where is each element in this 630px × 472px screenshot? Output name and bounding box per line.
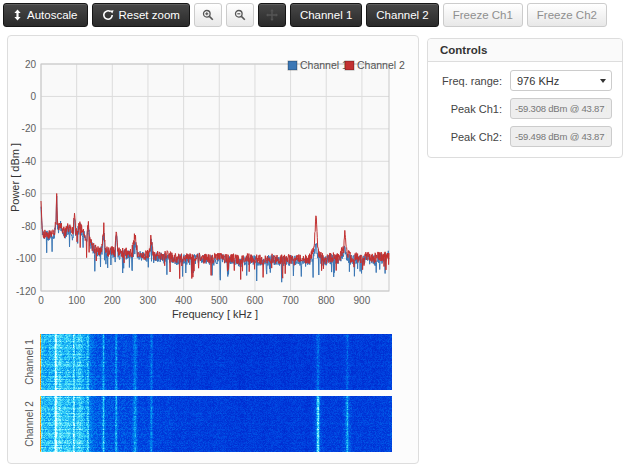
svg-text:500: 500 xyxy=(211,295,228,306)
freq-range-row: Freq. range: 976 KHz xyxy=(438,70,612,91)
freq-range-select-wrap: 976 KHz xyxy=(510,70,612,91)
svg-text:100: 100 xyxy=(68,295,85,306)
waterfall-channel1: Channel 1 xyxy=(8,334,420,390)
freeze-ch1-button[interactable]: Freeze Ch1 xyxy=(443,3,523,27)
waterfall-channel1-canvas xyxy=(40,334,392,390)
zoom-out-icon xyxy=(234,9,246,21)
svg-text:-100: -100 xyxy=(16,253,36,264)
peak-ch1-label: Peak Ch1: xyxy=(438,103,502,115)
freeze-ch1-label: Freeze Ch1 xyxy=(453,9,513,21)
peak-ch2-row: Peak Ch2: xyxy=(438,126,612,147)
autoscale-button[interactable]: Autoscale xyxy=(3,3,88,27)
svg-text:Power [ dBm ]: Power [ dBm ] xyxy=(9,143,21,212)
svg-text:600: 600 xyxy=(247,295,264,306)
svg-text:300: 300 xyxy=(140,295,157,306)
svg-text:-60: -60 xyxy=(22,188,37,199)
channel1-toggle-button[interactable]: Channel 1 xyxy=(290,3,362,27)
peak-ch1-value xyxy=(510,98,612,119)
svg-text:0: 0 xyxy=(30,91,36,102)
freeze-ch2-button[interactable]: Freeze Ch2 xyxy=(527,3,607,27)
freq-range-label: Freq. range: xyxy=(438,75,502,87)
spectrum-chart[interactable]: 0100200300400500600700800900200-20-40-60… xyxy=(8,41,420,326)
waterfall-channel1-label: Channel 1 xyxy=(24,339,35,385)
controls-panel: Controls Freq. range: 976 KHz Peak Ch1: … xyxy=(427,38,623,158)
peak-ch2-label: Peak Ch2: xyxy=(438,131,502,143)
waterfall-channel2-canvas xyxy=(40,396,392,452)
controls-panel-body: Freq. range: 976 KHz Peak Ch1: Peak Ch2: xyxy=(428,62,622,157)
svg-text:Channel 1: Channel 1 xyxy=(300,59,348,71)
channel1-toggle-label: Channel 1 xyxy=(300,9,352,21)
zoom-in-icon xyxy=(202,9,214,21)
svg-text:Frequency [ kHz ]: Frequency [ kHz ] xyxy=(172,308,258,320)
svg-text:20: 20 xyxy=(25,59,37,70)
svg-text:-20: -20 xyxy=(22,123,37,134)
channel2-toggle-button[interactable]: Channel 2 xyxy=(366,3,438,27)
reset-zoom-button[interactable]: Reset zoom xyxy=(92,3,190,27)
channel2-toggle-label: Channel 2 xyxy=(376,9,428,21)
freeze-ch2-label: Freeze Ch2 xyxy=(537,9,597,21)
svg-text:200: 200 xyxy=(104,295,121,306)
svg-text:-120: -120 xyxy=(16,286,36,297)
spectrum-analyzer-app: Autoscale Reset zoom Channel 1 xyxy=(0,0,630,472)
peak-ch2-value xyxy=(510,126,612,147)
resize-vertical-icon xyxy=(13,9,22,21)
svg-text:800: 800 xyxy=(318,295,335,306)
refresh-icon xyxy=(102,9,114,21)
pan-button[interactable] xyxy=(258,3,286,27)
svg-text:700: 700 xyxy=(282,295,299,306)
svg-text:-80: -80 xyxy=(22,221,37,232)
freq-range-select[interactable]: 976 KHz xyxy=(510,70,612,91)
move-icon xyxy=(266,9,278,21)
svg-text:0: 0 xyxy=(38,295,44,306)
waterfall-channel2: Channel 2 xyxy=(8,396,420,452)
svg-text:-40: -40 xyxy=(22,156,37,167)
autoscale-label: Autoscale xyxy=(27,9,78,21)
svg-text:Channel 2: Channel 2 xyxy=(357,59,405,71)
controls-panel-title: Controls xyxy=(428,39,622,62)
toolbar: Autoscale Reset zoom Channel 1 xyxy=(3,3,607,27)
waterfall-channel2-label: Channel 2 xyxy=(24,401,35,447)
svg-text:900: 900 xyxy=(354,295,371,306)
zoom-in-button[interactable] xyxy=(194,3,222,27)
peak-ch1-row: Peak Ch1: xyxy=(438,98,612,119)
reset-zoom-label: Reset zoom xyxy=(119,9,180,21)
plot-panel: 0100200300400500600700800900200-20-40-60… xyxy=(7,35,419,464)
svg-text:400: 400 xyxy=(175,295,192,306)
zoom-out-button[interactable] xyxy=(226,3,254,27)
